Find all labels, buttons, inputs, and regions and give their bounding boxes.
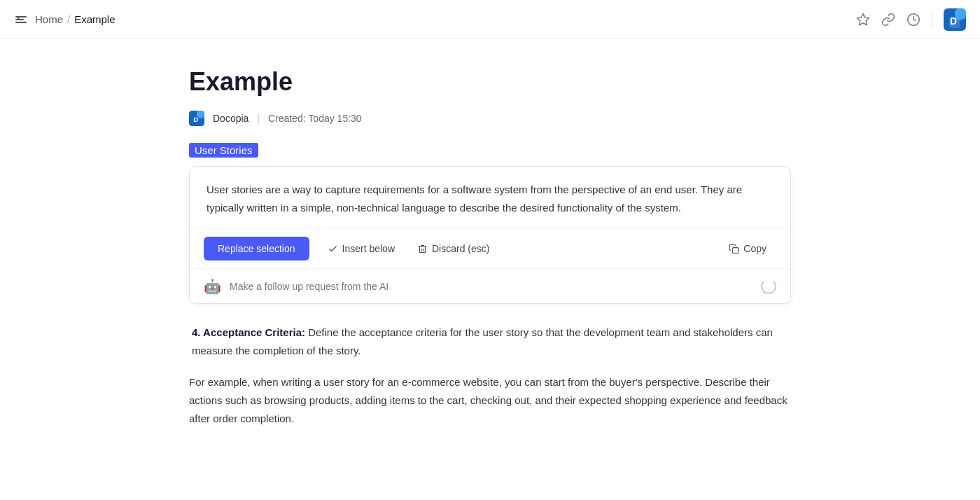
list-item-4-label: 4. Acceptance Criteria: Define the accep… bbox=[192, 326, 773, 356]
ai-content: User stories are a way to capture requir… bbox=[190, 167, 790, 228]
checkmark-icon bbox=[328, 244, 338, 254]
menu-icon[interactable] bbox=[14, 13, 28, 27]
history-icon[interactable] bbox=[906, 13, 920, 27]
doc-meta-author: Docopia bbox=[213, 113, 248, 124]
svg-rect-0 bbox=[15, 16, 27, 18]
star-icon[interactable] bbox=[856, 13, 870, 27]
breadcrumb-separator: / bbox=[67, 13, 70, 25]
doc-meta-logo-icon: D bbox=[189, 111, 204, 126]
link-icon[interactable] bbox=[881, 13, 895, 27]
docopia-logo-icon[interactable]: D bbox=[944, 8, 966, 31]
nav-divider bbox=[932, 10, 932, 29]
topnav: Home / Example bbox=[0, 0, 980, 39]
svg-marker-3 bbox=[858, 13, 869, 25]
list-item-4: 4. Acceptance Criteria: Define the accep… bbox=[189, 324, 791, 361]
main-content: Example D Docopia | Created: Today 15:30… bbox=[175, 39, 805, 470]
topnav-right: D bbox=[856, 8, 966, 31]
discard-button[interactable]: Discard (esc) bbox=[407, 237, 499, 261]
page-title: Example bbox=[189, 67, 791, 97]
selected-text: User Stories bbox=[189, 143, 258, 158]
topnav-left: Home / Example bbox=[14, 13, 115, 27]
insert-below-button[interactable]: Insert below bbox=[318, 237, 405, 261]
doc-meta: D Docopia | Created: Today 15:30 bbox=[189, 111, 791, 126]
breadcrumb-home[interactable]: Home bbox=[35, 13, 63, 25]
trash-icon bbox=[417, 244, 428, 254]
copy-button[interactable]: Copy bbox=[719, 237, 776, 261]
ai-suggestion-card: User stories are a way to capture requir… bbox=[189, 166, 791, 304]
svg-rect-2 bbox=[15, 22, 27, 23]
ai-loading-spinner bbox=[761, 279, 776, 294]
breadcrumb: Home / Example bbox=[35, 13, 115, 25]
ai-avatar-icon: 🤖 bbox=[204, 278, 221, 295]
doc-meta-divider: | bbox=[257, 113, 260, 124]
body-paragraph: For example, when writing a user story f… bbox=[189, 373, 791, 429]
svg-rect-12 bbox=[733, 247, 738, 253]
svg-text:D: D bbox=[193, 116, 198, 123]
ai-followup-input[interactable] bbox=[230, 281, 752, 292]
copy-icon bbox=[729, 244, 739, 254]
doc-meta-created: Created: Today 15:30 bbox=[268, 113, 362, 124]
breadcrumb-current: Example bbox=[74, 13, 115, 25]
ai-actions-bar: Replace selection Insert below Discard (… bbox=[190, 228, 790, 270]
ai-followup-row: 🤖 bbox=[190, 270, 790, 303]
replace-selection-button[interactable]: Replace selection bbox=[204, 237, 309, 261]
body-content: 4. Acceptance Criteria: Define the accep… bbox=[189, 324, 791, 428]
selected-text-badge: User Stories bbox=[189, 143, 791, 166]
svg-text:D: D bbox=[950, 15, 957, 27]
